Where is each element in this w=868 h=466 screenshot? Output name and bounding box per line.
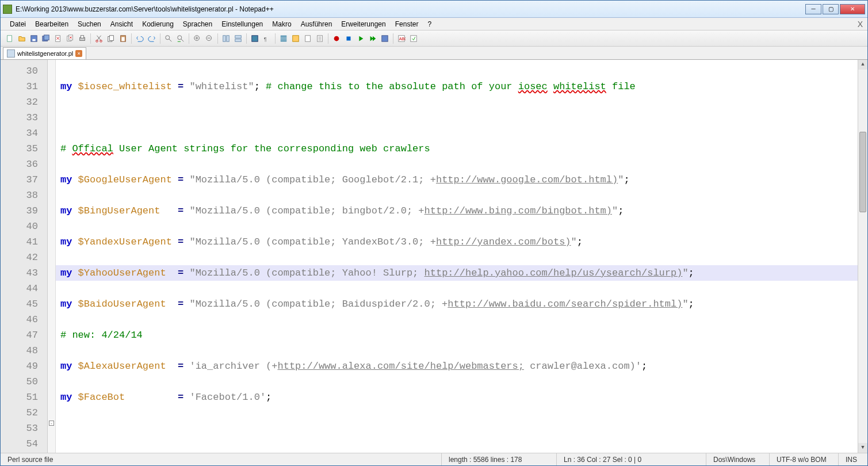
svg-rect-31 [347,36,351,40]
line-number: 50 [4,374,38,389]
file-tab[interactable]: whitelistgenerator.pl × [3,47,86,59]
svg-rect-22 [235,35,242,37]
tab-close-icon[interactable]: × [75,50,82,57]
menu-sprachen[interactable]: Sprachen [178,18,217,30]
menu-einstellungen[interactable]: Einstellungen [217,18,267,30]
new-file-icon[interactable] [4,33,16,44]
line-number: 46 [4,312,38,327]
menu-help[interactable]: ? [423,18,436,30]
line-number: 49 [4,358,38,374]
close-file-icon[interactable] [52,33,64,44]
indent-guide-icon[interactable] [278,33,289,44]
svg-point-17 [178,35,182,39]
copy-icon[interactable] [105,33,117,44]
doc-map-icon[interactable] [302,33,313,44]
scrollbar-thumb[interactable] [859,132,866,212]
tab-label: whitelistgenerator.pl [17,50,73,57]
status-position: Ln : 36 Col : 27 Sel : 0 | 0 [557,453,706,465]
svg-point-16 [166,35,170,39]
spellcheck-icon[interactable]: ABC [396,33,407,44]
line-number: 33 [4,110,38,125]
print-icon[interactable] [77,33,88,44]
line-number: 35 [4,141,38,156]
spellcheck-next-icon[interactable] [408,33,419,44]
menu-ansicht[interactable]: Ansicht [106,18,137,30]
save-all-icon[interactable] [40,33,52,44]
menu-suchen[interactable]: Suchen [73,18,106,30]
editor[interactable]: 3031323334353637383940414243444546474849… [1,60,867,453]
zoom-in-icon[interactable] [192,33,203,44]
status-eol: Dos\Windows [706,453,770,465]
zoom-out-icon[interactable] [204,33,215,44]
line-number: 34 [4,125,38,141]
macro-play-icon[interactable] [355,33,366,44]
close-button[interactable]: ✕ [840,4,865,14]
line-number: 37 [4,172,38,188]
undo-icon[interactable] [134,33,146,44]
sync-h-icon[interactable] [232,33,244,44]
close-all-icon[interactable] [64,33,76,44]
paste-icon[interactable] [117,33,129,44]
tabbar: whitelistgenerator.pl × [1,47,867,60]
user-lang-icon[interactable] [290,33,301,44]
svg-rect-9 [81,35,83,37]
svg-rect-27 [293,35,299,41]
svg-rect-0 [7,35,12,41]
app-window: E:\Working 2013\www.buzzerstar.com\Serve… [0,0,868,466]
menu-bearbeiten[interactable]: Bearbeiten [30,18,73,30]
line-number: 40 [4,219,38,234]
find-icon[interactable] [163,33,174,44]
svg-point-30 [334,36,339,41]
cut-icon[interactable] [93,33,105,44]
replace-icon[interactable] [175,33,186,44]
save-icon[interactable] [28,33,40,44]
code-area[interactable]: my $iosec_whitelist = "whitelist"; # cha… [56,60,867,453]
macro-save-icon[interactable] [379,33,391,44]
line-number: 53 [4,421,38,436]
macro-record-icon[interactable] [331,33,342,44]
menubar-close-icon[interactable]: X [858,20,863,29]
maximize-button[interactable]: ▢ [823,4,839,14]
svg-rect-32 [382,35,388,41]
scroll-up-icon[interactable]: ▲ [858,60,867,70]
macro-stop-icon[interactable] [343,33,354,44]
open-file-icon[interactable] [16,33,28,44]
line-number: 32 [4,94,38,110]
wordwrap-icon[interactable] [249,33,261,44]
svg-rect-15 [121,37,124,41]
menubar: Datei Bearbeiten Suchen Ansicht Kodierun… [1,18,867,30]
svg-rect-28 [305,35,311,41]
file-type-icon [7,49,15,58]
titlebar[interactable]: E:\Working 2013\www.buzzerstar.com\Serve… [1,1,867,18]
sync-v-icon[interactable] [220,33,232,44]
show-all-chars-icon[interactable]: ¶ [261,33,273,44]
svg-rect-2 [32,39,35,41]
menu-ausfuehren[interactable]: Ausführen [296,18,337,30]
line-number: 52 [4,405,38,421]
fold-margin[interactable]: - [48,60,56,453]
macro-play-multi-icon[interactable] [367,33,378,44]
svg-text:¶: ¶ [264,36,267,41]
minimize-button[interactable]: ─ [805,4,821,14]
menu-datei[interactable]: Datei [5,18,30,30]
line-number: 31 [4,79,38,94]
menu-erweiterungen[interactable]: Erweiterungen [337,18,390,30]
line-number: 51 [4,389,38,405]
func-list-icon[interactable] [314,33,326,44]
status-language: Perl source file [1,453,442,465]
line-number: 41 [4,234,38,250]
status-encoding: UTF-8 w/o BOM [770,453,839,465]
fold-toggle-icon[interactable]: - [49,421,54,426]
app-icon [3,5,12,14]
line-number: 47 [4,327,38,343]
vertical-scrollbar[interactable]: ▲ ▼ [858,60,867,453]
svg-rect-35 [411,35,417,41]
menu-fenster[interactable]: Fenster [391,18,423,30]
scroll-down-icon[interactable]: ▼ [858,443,867,453]
menu-kodierung[interactable]: Kodierung [137,18,178,30]
menu-makro[interactable]: Makro [267,18,296,30]
redo-icon[interactable] [146,33,158,44]
line-number: 44 [4,281,38,296]
line-number: 30 [4,63,38,79]
line-number: 48 [4,343,38,358]
